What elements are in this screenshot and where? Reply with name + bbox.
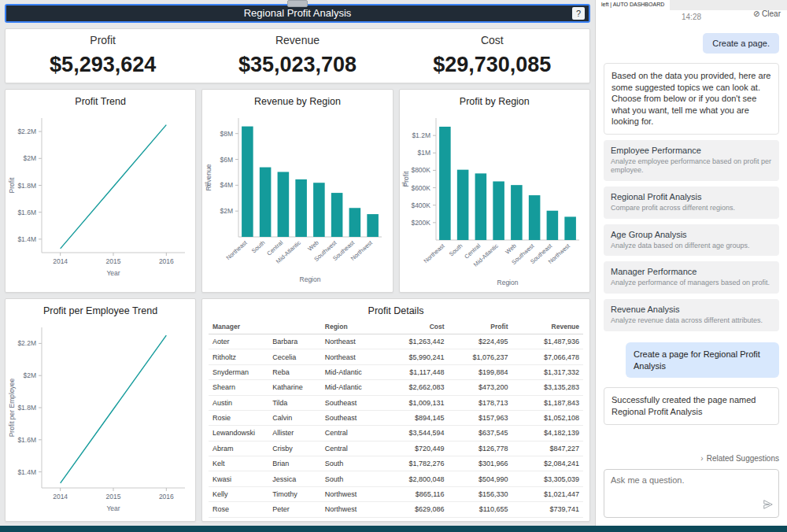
table-cell: $7,066,478 [512, 349, 583, 364]
table-row[interactable]: KellyTimothyNorthwest$865,116$156,330$1,… [209, 486, 583, 501]
table-cell: $3,135,283 [512, 380, 583, 395]
profit-trend-chart[interactable]: $1.4M$1.6M$1.8M$2M$2.2MProfit20142015201… [6, 109, 195, 292]
svg-text:$800K: $800K [411, 166, 430, 174]
revenue-by-region-chart[interactable]: $2M$4M$6M$8MRevenueNortheastSouthCentral… [202, 109, 392, 292]
svg-text:Profit per Employee: Profit per Employee [8, 378, 16, 437]
column-header[interactable]: Cost [381, 320, 449, 334]
table-row[interactable]: RosePeterNorthwest$629,086$110,655$739,7… [209, 502, 583, 517]
suggestion-card[interactable]: Revenue AnalysisAnalyze revenue data acr… [604, 299, 779, 331]
table-cell: Mid-Atlantic [321, 380, 381, 395]
app-root: Regional Profit Analysis ? Profit $5,293… [0, 0, 787, 532]
table-cell: Northwest [321, 502, 381, 517]
suggestion-description: Analyze performance of managers based on… [611, 279, 772, 288]
profit-details-table-wrap: ManagerRegionCostProfitRevenue AoterBarb… [202, 318, 589, 521]
drag-handle[interactable] [287, 0, 308, 7]
related-suggestions-link[interactable]: ›Related Suggestions [604, 454, 779, 469]
svg-text:Year: Year [106, 504, 120, 512]
table-cell: Katharine [268, 380, 321, 395]
table-row[interactable]: AustinTildaSoutheast$1,009,131$178,713$1… [209, 395, 583, 410]
chevron-right-icon: › [700, 454, 703, 463]
svg-text:$1.2M: $1.2M [412, 131, 430, 139]
suggestion-card[interactable]: Regional Profit AnalysisCompare profit a… [604, 187, 779, 219]
assistant-intro-message: Based on the data you provided, here are… [604, 63, 779, 135]
column-header[interactable]: Region [321, 320, 381, 334]
table-cell: $156,330 [449, 486, 512, 501]
revenue-by-region-card: Revenue by Region ⇅ $2M$4M$6M$8MRevenueN… [201, 89, 393, 293]
assistant-meta-row: 14:28 ⊘ Clear [596, 13, 787, 27]
profit-details-title: Profit Details [202, 299, 589, 318]
table-cell: $1,117,448 [381, 364, 449, 379]
suggestion-card[interactable]: Age Group AnalysisAnalyze data based on … [604, 224, 779, 257]
table-cell: Mid-Atlantic [321, 364, 381, 379]
assistant-body: Create a page. Based on the data you pro… [596, 27, 787, 526]
table-row[interactable]: ShearnKatharineMid-Atlantic$2,662,083$47… [209, 380, 583, 395]
table-cell: Lewandowski [209, 426, 268, 441]
table-cell: $2,084,241 [512, 456, 583, 471]
svg-text:Year: Year [106, 269, 120, 277]
send-icon[interactable] [763, 499, 774, 513]
table-row[interactable]: RitholtzCeceliaNortheast$5,990,241$1,076… [209, 349, 583, 364]
kpi-revenue-label: Revenue [200, 34, 394, 46]
kpi-cost-value: $29,730,085 [395, 53, 589, 77]
dashboard-header[interactable]: Regional Profit Analysis ? [5, 4, 590, 23]
svg-text:Web: Web [504, 242, 517, 256]
svg-text:$4M: $4M [220, 181, 234, 189]
help-icon[interactable]: ? [572, 7, 585, 20]
table-row[interactable]: RosieCalvinSoutheast$894,145$157,963$1,0… [209, 410, 583, 425]
svg-text:$2M: $2M [23, 154, 36, 162]
table-cell: $301,966 [449, 456, 512, 471]
table-cell: $504,990 [449, 471, 512, 486]
table-cell: Barbara [268, 334, 321, 349]
table-cell: Austin [209, 395, 268, 410]
svg-text:$600K: $600K [411, 184, 430, 192]
user-message-bubble: Create a page for Regional Profit Analys… [626, 342, 779, 379]
table-cell: $157,963 [449, 410, 512, 425]
table-row[interactable]: AbramCrisbyCentral$720,449$126,778$847,2… [209, 441, 583, 456]
table-cell: Southeast [321, 410, 381, 425]
table-cell: Peter [268, 502, 321, 517]
table-cell: South [321, 456, 381, 471]
profit-per-employee-chart[interactable]: $1.4M$1.6M$1.8M$2M$2.2MProfit per Employ… [6, 318, 195, 521]
kpi-cost: Cost $29,730,085 [395, 34, 589, 77]
suggestion-card[interactable]: Manager PerformanceAnalyze performance o… [604, 261, 779, 294]
table-row[interactable]: SnydermanRebaMid-Atlantic$1,117,448$199,… [209, 364, 583, 379]
svg-text:$1M: $1M [417, 149, 430, 157]
table-cell: $2,800,048 [381, 471, 449, 486]
table-row[interactable]: AoterBarbaraNortheast$1,263,442$224,495$… [209, 334, 583, 349]
table-cell: Ritholtz [209, 349, 268, 364]
create-page-button[interactable]: Create a page. [703, 33, 779, 54]
column-header[interactable]: Profit [449, 320, 512, 334]
svg-text:$2M: $2M [220, 207, 234, 215]
table-cell: South [321, 471, 381, 486]
clear-button[interactable]: ⊘ Clear [753, 9, 781, 18]
table-cell: Snyderman [209, 364, 268, 379]
svg-text:2015: 2015 [106, 493, 121, 501]
suggestion-description: Analyze employee performance based on pr… [611, 157, 772, 175]
svg-text:Profit: Profit [402, 171, 410, 187]
table-cell: $4,182,139 [512, 426, 583, 441]
profit-by-region-chart[interactable]: $200K$400K$600K$800K$1M$1.2MProfitNorthe… [400, 109, 589, 292]
column-header[interactable]: Manager [209, 320, 268, 334]
table-row[interactable]: LewandowskiAllisterCentral$3,544,594$637… [209, 426, 583, 441]
table-row[interactable]: KwasiJessicaSouth$2,800,048$504,990$3,30… [209, 471, 583, 486]
table-cell: Aoter [209, 334, 268, 349]
table-row[interactable]: KeltBrianSouth$1,782,276$301,966$2,084,2… [209, 456, 583, 471]
suggestion-title: Age Group Analysis [611, 230, 772, 239]
table-cell: $3,544,594 [381, 426, 449, 441]
kpi-revenue-value: $35,023,708 [200, 53, 394, 77]
suggestion-card[interactable]: Employee PerformanceAnalyze employee per… [604, 140, 779, 181]
table-cell: Brian [268, 456, 321, 471]
table-cell: $5,990,241 [381, 349, 449, 364]
column-header[interactable]: Revenue [512, 320, 583, 334]
svg-text:2016: 2016 [159, 493, 174, 501]
os-tab[interactable]: left | AUTO DASHBOARD [596, 0, 670, 10]
profit-by-region-card: Profit by Region ⇅ $200K$400K$600K$800K$… [399, 89, 590, 293]
suggestion-title: Employee Performance [611, 146, 772, 155]
table-cell: $110,655 [449, 502, 512, 517]
question-input[interactable] [604, 470, 778, 517]
table-cell: $199,884 [449, 364, 512, 379]
kpi-revenue: Revenue $35,023,708 [200, 34, 394, 77]
column-header[interactable] [268, 320, 321, 334]
kpi-card: Profit $5,293,624 Revenue $35,023,708 Co… [5, 28, 590, 83]
suggestion-description: Compare profit across different regions. [611, 204, 772, 213]
